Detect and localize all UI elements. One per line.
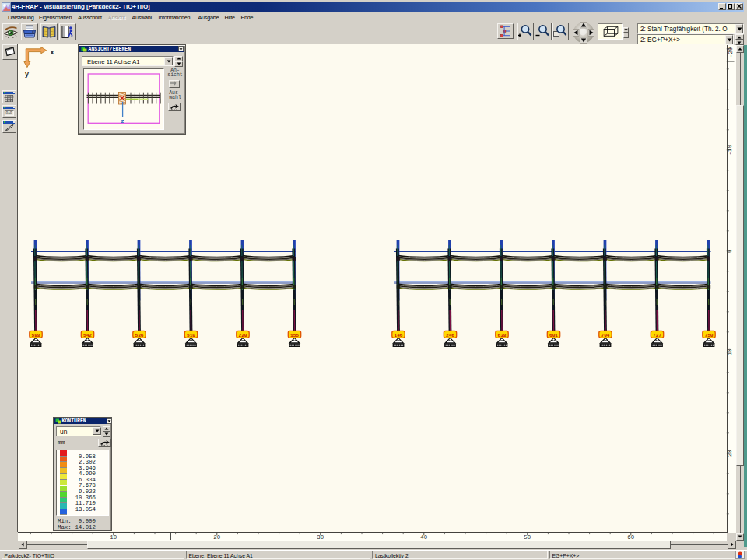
svg-text:z: z — [121, 118, 124, 124]
